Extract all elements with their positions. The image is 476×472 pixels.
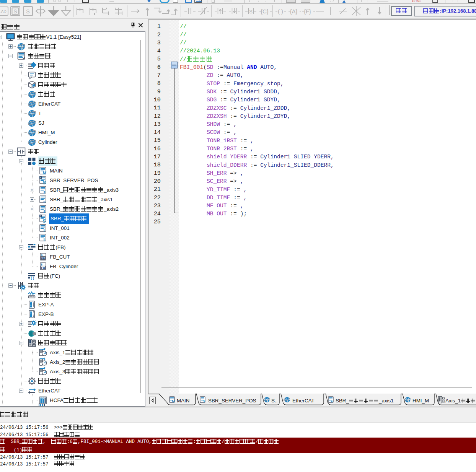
svg-text:s: s (331, 399, 333, 403)
svg-text:s: s (43, 190, 46, 194)
svg-text:I: I (44, 228, 45, 233)
svg-text:{C}: {C} (261, 8, 269, 15)
svg-text:M: M (43, 171, 47, 175)
svg-text:M: M (172, 399, 175, 403)
svg-text:S: S (43, 180, 46, 185)
svg-text:( ): ( ) (278, 8, 283, 15)
svg-text:s: s (43, 199, 46, 204)
svg-text:s: s (40, 215, 41, 217)
svg-text:S: S (249, 9, 253, 15)
svg-text:s: s (43, 209, 46, 213)
svg-text:I: I (44, 238, 45, 242)
svg-text:s: s (40, 176, 41, 179)
svg-text:S: S (43, 218, 46, 223)
svg-text:( ): ( ) (31, 276, 34, 280)
svg-text:FB: FB (41, 266, 46, 269)
svg-text:{F}: {F} (304, 8, 311, 15)
svg-text:S: S (203, 399, 205, 403)
svg-text:FB: FB (41, 256, 46, 260)
svg-text:{A}: {A} (290, 8, 297, 15)
